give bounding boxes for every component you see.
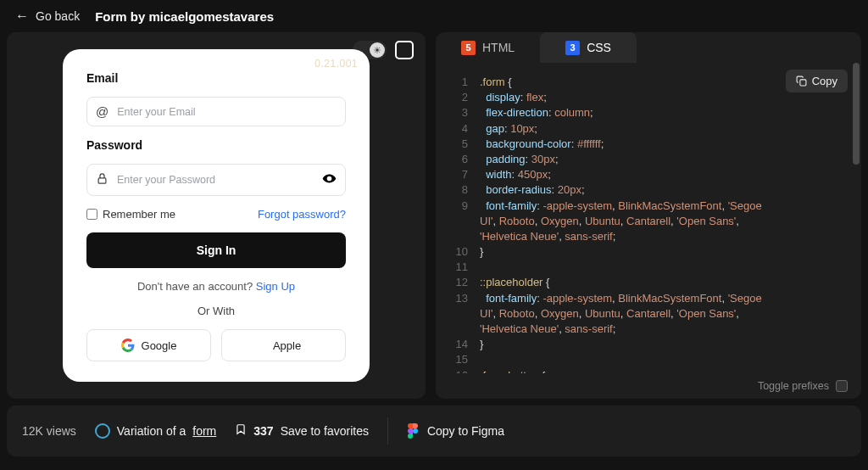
css-icon: 3 [565, 41, 580, 55]
preview-panel: ☀ 0.21.001 Email @ Password [7, 32, 426, 399]
bottom-bar: 12K views Variation of a form 337 Save t… [7, 406, 861, 456]
apple-button[interactable]: Apple [221, 329, 346, 361]
email-label: Email [86, 71, 346, 85]
google-icon [121, 339, 135, 352]
copy-to-figma[interactable]: Copy to Figma [407, 423, 504, 439]
svg-point-2 [413, 428, 418, 434]
apple-label: Apple [273, 339, 301, 352]
tab-css[interactable]: 3 CSS [540, 32, 637, 63]
signin-button[interactable]: Sign In [86, 232, 346, 268]
views-count: 12K views [22, 424, 76, 438]
google-label: Google [142, 339, 177, 352]
signup-link[interactable]: Sign Up [256, 280, 295, 293]
forgot-password-link[interactable]: Forgot password? [258, 208, 346, 221]
figma-icon [407, 423, 419, 439]
eye-icon[interactable] [322, 171, 337, 188]
remember-label: Remember me [103, 208, 175, 221]
scrollbar-vertical[interactable] [853, 63, 860, 165]
remember-input[interactable] [86, 209, 97, 220]
fav-label: Save to favorites [281, 424, 369, 438]
lock-icon [96, 172, 108, 187]
variation-icon [95, 423, 110, 439]
variation-link[interactable]: form [192, 424, 216, 438]
or-with-label: Or With [86, 305, 346, 317]
form-card: 0.21.001 Email @ Password Remember me [63, 49, 370, 382]
tab-css-label: CSS [587, 41, 611, 54]
signup-prompt: Don't have an account? Sign Up [86, 280, 346, 293]
at-icon: @ [96, 104, 108, 119]
google-button[interactable]: Google [86, 329, 211, 361]
code-editor[interactable]: 1.form {2 display: flex;3 flex-direction… [436, 63, 861, 373]
watermark: 0.21.001 [314, 58, 358, 70]
go-back-label: Go back [36, 9, 80, 23]
save-to-favorites[interactable]: 337 Save to favorites [235, 422, 369, 439]
password-input[interactable] [117, 174, 314, 186]
fav-count: 337 [253, 424, 273, 438]
toggle-prefixes-checkbox[interactable] [836, 380, 848, 392]
email-input-wrap[interactable]: @ [86, 97, 346, 126]
go-back-button[interactable]: ← Go back [15, 8, 80, 24]
tab-html-label: HTML [482, 41, 515, 54]
tab-html[interactable]: 5 HTML [436, 32, 540, 63]
sun-icon: ☀ [373, 45, 381, 56]
arrow-left-icon: ← [15, 8, 29, 24]
remember-checkbox[interactable]: Remember me [86, 208, 175, 221]
password-input-wrap[interactable] [86, 164, 346, 196]
html-icon: 5 [461, 41, 476, 55]
page-title: Form by micaelgomestavares [95, 9, 274, 24]
toggle-prefixes-label: Toggle prefixes [758, 380, 829, 392]
bookmark-icon [235, 422, 247, 439]
email-input[interactable] [117, 106, 337, 118]
variation-of: Variation of a form [95, 423, 216, 439]
code-panel: 5 HTML 3 CSS Copy 1.form {2 display: fle… [436, 32, 861, 399]
password-label: Password [86, 138, 346, 152]
svg-rect-0 [98, 178, 106, 183]
figma-label: Copy to Figma [427, 424, 504, 438]
divider [387, 417, 388, 445]
selection-toggle[interactable] [395, 41, 414, 59]
